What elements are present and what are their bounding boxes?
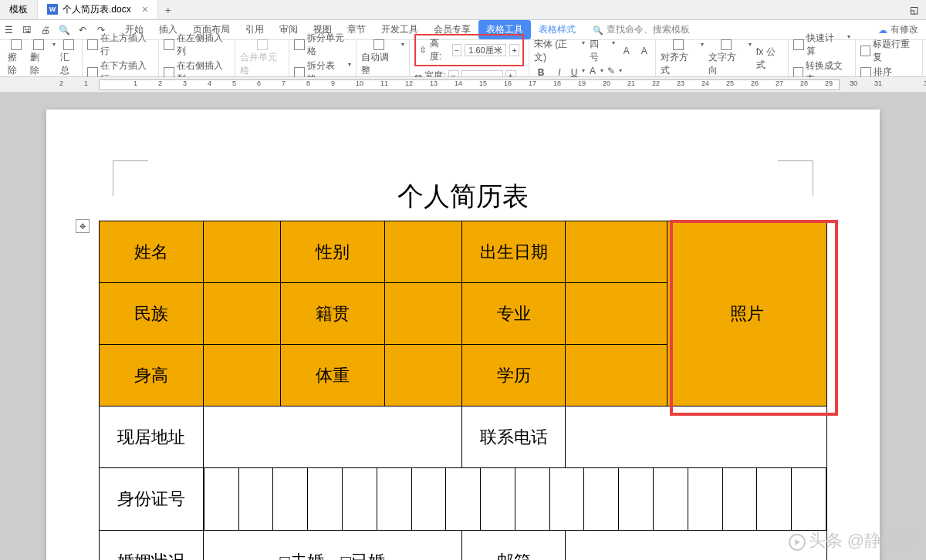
cell-edu[interactable]: 学历 (461, 345, 566, 407)
ribbon-toolbar: 擦除 删除 汇总 在上方插入行 在下方插入行 在左侧插入列 在右侧插入列 合并单… (0, 40, 926, 77)
cell[interactable] (566, 531, 827, 561)
cell[interactable] (203, 221, 280, 283)
new-tab-button[interactable]: + (158, 4, 178, 16)
command-search[interactable]: 查找命令、搜索模板 (593, 23, 690, 36)
cell-gender[interactable]: 性别 (280, 221, 384, 283)
search-icon (593, 25, 603, 35)
tab-label: 个人简历表.docx (63, 3, 131, 16)
word-doc-icon: W (47, 4, 58, 15)
status-right: 有修改 (878, 23, 918, 36)
cell-marriage-opts[interactable]: □未婚 □已婚 (203, 531, 461, 561)
cell-id-boxes[interactable] (203, 468, 826, 531)
height-decrease[interactable]: − (452, 44, 462, 56)
tab-document-active[interactable]: W 个人简历表.docx × (38, 0, 158, 19)
font-grow-icon[interactable]: A (620, 44, 633, 58)
resume-table-wrap: ✥ 姓名 性别 出生日期 照片 民族 (99, 221, 827, 560)
document-tab-bar: 模板 W 个人简历表.docx × + ◱ (0, 0, 926, 20)
table-row: 现居地址 联系电话 (100, 407, 827, 468)
cell[interactable] (566, 345, 667, 407)
cell-id[interactable]: 身份证号 (100, 468, 204, 531)
cell[interactable] (203, 345, 280, 407)
delete-button[interactable]: 删除 (30, 39, 56, 77)
row-height-control: ⇳ 高度: − 1.60厘米 + (414, 34, 524, 66)
cell[interactable] (384, 345, 461, 407)
align-button[interactable]: 对齐方式 (661, 39, 704, 77)
horizontal-ruler[interactable]: 2112345678910111213141516171819202122232… (0, 77, 926, 93)
cell[interactable] (384, 283, 461, 345)
document-canvas: 个人简历表 ✥ 姓名 性别 出生日期 照片 (0, 93, 926, 560)
merge-cells[interactable]: 合并单元格 (240, 39, 285, 77)
cell-phone[interactable]: 联系电话 (461, 407, 566, 468)
save-icon[interactable]: 🖫 (19, 22, 35, 39)
cell-height[interactable]: 身高 (100, 345, 204, 407)
height-label: 高度: (430, 37, 448, 63)
split-cell[interactable]: 拆分单元格 (294, 32, 351, 58)
table-row: 姓名 性别 出生日期 照片 (100, 221, 827, 283)
font-shrink-icon[interactable]: A (637, 44, 651, 58)
font-selector[interactable]: 宋体 (正文) (534, 38, 585, 64)
window-restore-icon[interactable]: ◱ (902, 5, 926, 15)
insert-col-left[interactable]: 在左侧插入列 (164, 32, 230, 58)
quick-calc-button[interactable]: 快速计算 (793, 32, 850, 58)
cell-ethnic[interactable]: 民族 (100, 283, 204, 345)
table-row: 婚姻状况 □未婚 □已婚 邮箱 (100, 531, 827, 561)
search-placeholder: 查找命令、搜索模板 (607, 23, 690, 36)
header-repeat-button[interactable]: 标题行重复 (860, 38, 918, 64)
height-increase[interactable]: + (509, 44, 519, 56)
cell-name[interactable]: 姓名 (100, 221, 204, 283)
cell-address[interactable]: 现居地址 (100, 407, 204, 468)
height-icon: ⇳ (419, 45, 427, 56)
cell-marriage[interactable]: 婚姻状况 (100, 531, 204, 561)
table-move-handle[interactable]: ✥ (76, 219, 90, 233)
summary-button[interactable]: 汇总 (60, 39, 78, 77)
cell-major[interactable]: 专业 (461, 283, 566, 345)
resume-table[interactable]: 姓名 性别 出生日期 照片 民族 籍贯 专业 身高 (99, 221, 827, 560)
cell-weight[interactable]: 体重 (280, 345, 384, 407)
changes-label[interactable]: 有修改 (891, 23, 918, 36)
menu-table-style[interactable]: 表格样式 (531, 20, 583, 39)
print-icon[interactable]: 🖨 (37, 22, 54, 39)
menu-reference[interactable]: 引用 (238, 20, 272, 39)
close-icon[interactable]: × (142, 3, 148, 15)
app-menu-icon[interactable]: ☰ (0, 22, 17, 39)
tab-template[interactable]: 模板 (0, 0, 38, 19)
tab-label: 模板 (9, 3, 28, 16)
preview-icon[interactable]: 🔍 (56, 22, 73, 39)
page: 个人简历表 ✥ 姓名 性别 出生日期 照片 (46, 110, 880, 560)
cell[interactable] (566, 407, 827, 468)
cell-native[interactable]: 籍贯 (280, 283, 384, 345)
cell-photo[interactable]: 照片 (667, 221, 827, 407)
erase-button[interactable]: 擦除 (8, 39, 25, 77)
formula-button[interactable]: fx 公式 (756, 46, 783, 72)
insert-row-above[interactable]: 在上方插入行 (87, 32, 154, 58)
font-size-selector[interactable]: 四号 (590, 38, 615, 64)
height-value[interactable]: 1.60厘米 (465, 44, 506, 56)
document-title: 个人简历表 (46, 179, 880, 214)
autofit-button[interactable]: 自动调整 (361, 39, 404, 77)
cell[interactable] (384, 221, 461, 283)
cell[interactable] (203, 283, 280, 345)
table-row: 身份证号 (100, 468, 827, 531)
cell[interactable] (203, 407, 461, 468)
text-direction-button[interactable]: 文字方向 (708, 39, 752, 77)
cell[interactable] (566, 283, 667, 345)
cloud-icon (878, 25, 887, 35)
cell[interactable] (566, 221, 667, 283)
cell-birth[interactable]: 出生日期 (461, 221, 566, 283)
cell-email[interactable]: 邮箱 (461, 531, 566, 561)
